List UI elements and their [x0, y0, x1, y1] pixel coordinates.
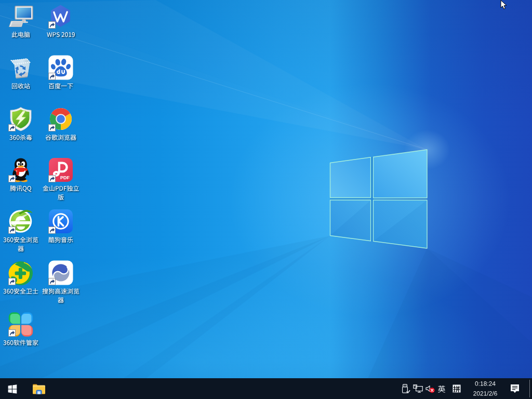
svg-text:PDF: PDF [60, 175, 70, 180]
